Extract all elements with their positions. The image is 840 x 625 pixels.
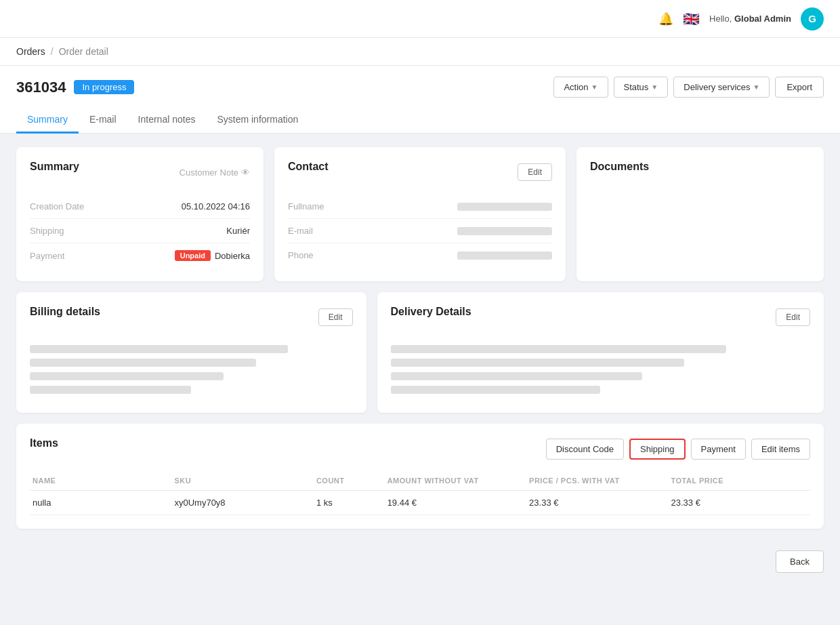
row-amount: 19.44 € [385,498,526,508]
col-name: NAME [30,477,171,485]
shipping-value: Kuriér [226,226,250,236]
chevron-down-icon: ▼ [753,83,760,91]
billing-title: Billing details [30,306,100,318]
creation-date-label: Creation Date [30,201,84,211]
tab-internal-notes[interactable]: Internal notes [127,107,207,134]
bell-icon[interactable]: 🔔 [658,12,673,26]
export-button[interactable]: Export [775,77,824,98]
table-header: NAME SKU COUNT AMOUNT WITHOUT VAT PRICE … [30,471,810,491]
documents-title: Documents [590,161,649,172]
col-count: COUNT [314,477,385,485]
flag-icon[interactable]: 🇬🇧 [683,11,700,27]
payment-row: Payment Unpaid Dobierka [30,243,250,268]
row-sku: xy0Umy70y8 [171,498,313,508]
creation-date-row: Creation Date 05.10.2022 04:16 [30,195,250,219]
main-content: Summary Customer Note 👁 Creation Date 05… [0,134,840,542]
billing-line-3 [30,372,224,380]
billing-line-1 [30,345,288,353]
summary-title: Summary [30,161,79,173]
fullname-row: Fullname [288,195,552,219]
delivery-line-4 [391,386,601,394]
delivery-edit-button[interactable]: Edit [776,308,810,326]
summary-card: Summary Customer Note 👁 Creation Date 05… [16,147,264,281]
row-price: 23.33 € [526,498,668,508]
action-button[interactable]: Action ▼ [553,77,608,98]
fullname-value [457,203,552,211]
items-title: Items [30,437,58,449]
delivery-line-2 [391,359,685,367]
phone-label: Phone [288,250,314,260]
shipping-button[interactable]: Shipping [629,439,686,460]
tab-system-information[interactable]: System information [206,107,309,134]
email-label: E-mail [288,226,313,236]
delivery-line-1 [391,345,727,353]
tab-summary[interactable]: Summary [16,107,79,134]
phone-row: Phone [288,243,552,267]
payment-label: Payment [30,251,64,261]
delivery-details-title: Delivery Details [391,306,471,318]
unpaid-badge: Unpaid [175,250,211,261]
contact-edit-button[interactable]: Edit [518,163,552,181]
email-value [457,227,552,235]
shipping-row: Shipping Kuriér [30,219,250,243]
phone-value [457,251,552,260]
delivery-line-3 [391,372,643,380]
billing-card: Billing details Edit [16,292,366,413]
customer-note: Customer Note 👁 [180,167,250,178]
row-name: nulla [30,498,171,508]
header-actions: Action ▼ Status ▼ Delivery services ▼ Ex… [553,77,824,98]
shipping-label: Shipping [30,226,64,236]
tabs: Summary E-mail Internal notes System inf… [16,107,824,133]
table-row: nulla xy0Umy70y8 1 ks 19.44 € 23.33 € 23… [30,491,810,515]
col-amount: AMOUNT WITHOUT VAT [385,477,526,485]
page-header: 361034 In progress Action ▼ Status ▼ Del… [0,66,840,134]
items-actions: Discount Code Shipping Payment Edit item… [546,439,810,460]
hello-text: Hello, Global Admin [709,14,791,24]
delivery-details-card: Delivery Details Edit [377,292,824,413]
payment-button[interactable]: Payment [691,439,746,460]
tab-email[interactable]: E-mail [79,107,127,134]
edit-items-button[interactable]: Edit items [751,439,810,460]
contact-title: Contact [288,161,329,173]
chevron-down-icon: ▼ [591,83,598,91]
discount-code-button[interactable]: Discount Code [546,439,624,460]
cards-row-1: Summary Customer Note 👁 Creation Date 05… [16,147,824,281]
eye-icon: 👁 [241,167,250,178]
documents-card: Documents [576,147,824,281]
breadcrumb: Orders / Order detail [0,38,840,66]
avatar: G [801,7,824,31]
billing-edit-button[interactable]: Edit [318,308,353,326]
email-row: E-mail [288,219,552,243]
billing-line-2 [30,359,256,367]
cards-row-2: Billing details Edit Delivery Details Ed… [16,292,824,413]
row-count: 1 ks [314,498,385,508]
status-badge: In progress [74,80,134,94]
col-sku: SKU [171,477,313,485]
billing-line-4 [30,386,191,394]
order-title: 361034 In progress [16,79,134,96]
status-button[interactable]: Status ▼ [614,77,669,98]
contact-card: Contact Edit Fullname E-mail Phone [274,147,566,281]
navbar: 🔔 🇬🇧 Hello, Global Admin G [0,0,840,38]
chevron-down-icon: ▼ [651,83,658,91]
items-card: Items Discount Code Shipping Payment Edi… [16,424,824,529]
col-price: PRICE / PCS. WITH VAT [526,477,668,485]
row-total: 23.33 € [669,498,810,508]
delivery-services-button[interactable]: Delivery services ▼ [673,77,770,98]
breadcrumb-separator: / [51,46,54,57]
creation-date-value: 05.10.2022 04:16 [182,201,250,211]
order-number: 361034 [16,79,66,96]
col-total: TOTAL PRICE [669,477,810,485]
back-button[interactable]: Back [776,550,824,573]
breadcrumb-detail: Order detail [59,46,108,57]
navbar-right: 🔔 🇬🇧 Hello, Global Admin G [658,7,824,31]
breadcrumb-orders[interactable]: Orders [16,46,45,57]
payment-value: Unpaid Dobierka [175,250,250,261]
page-footer: Back [0,542,840,581]
fullname-label: Fullname [288,201,324,211]
